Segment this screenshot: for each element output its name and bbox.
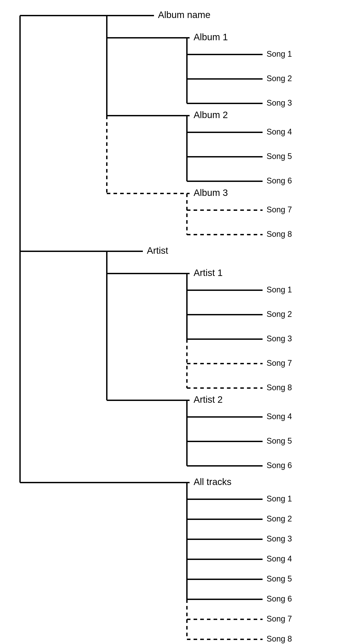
label-leaf: Song 7 xyxy=(266,205,292,214)
label-leaf: Song 4 xyxy=(266,554,292,563)
label-leaf: Song 8 xyxy=(266,230,292,238)
label-subcategory: Album 3 xyxy=(194,188,228,198)
label-leaf: Song 6 xyxy=(266,176,292,185)
label-leaf: Song 6 xyxy=(266,461,292,470)
label-leaf: Song 5 xyxy=(266,152,292,161)
label-subcategory: Album 1 xyxy=(194,32,228,42)
label-leaf: Song 7 xyxy=(266,358,292,368)
label-leaf: Song 3 xyxy=(266,334,292,343)
label-leaf: Song 2 xyxy=(266,74,292,83)
label-leaf: Song 8 xyxy=(266,634,292,643)
label-leaf: Song 1 xyxy=(266,49,292,58)
label-leaf: Song 6 xyxy=(266,594,292,603)
label-subcategory: Artist 2 xyxy=(194,394,223,405)
label-leaf: Song 5 xyxy=(266,436,292,446)
label-category: All tracks xyxy=(194,476,231,487)
label-leaf: Song 2 xyxy=(266,310,292,319)
label-leaf: Song 8 xyxy=(266,383,292,392)
label-leaf: Song 5 xyxy=(266,574,292,583)
label-category: Artist xyxy=(147,245,168,256)
label-subcategory: Artist 1 xyxy=(194,268,223,278)
music-tree-diagram: Album nameAlbum 1Song 1Song 2Song 3Album… xyxy=(0,0,344,644)
label-leaf: Song 4 xyxy=(266,127,292,136)
label-category: Album name xyxy=(158,10,210,20)
label-leaf: Song 1 xyxy=(266,285,292,294)
label-leaf: Song 7 xyxy=(266,614,292,623)
label-leaf: Song 1 xyxy=(266,494,292,503)
label-subcategory: Album 2 xyxy=(194,110,228,120)
label-leaf: Song 2 xyxy=(266,514,292,523)
label-leaf: Song 4 xyxy=(266,412,292,421)
label-leaf: Song 3 xyxy=(266,98,292,108)
label-leaf: Song 3 xyxy=(266,534,292,543)
